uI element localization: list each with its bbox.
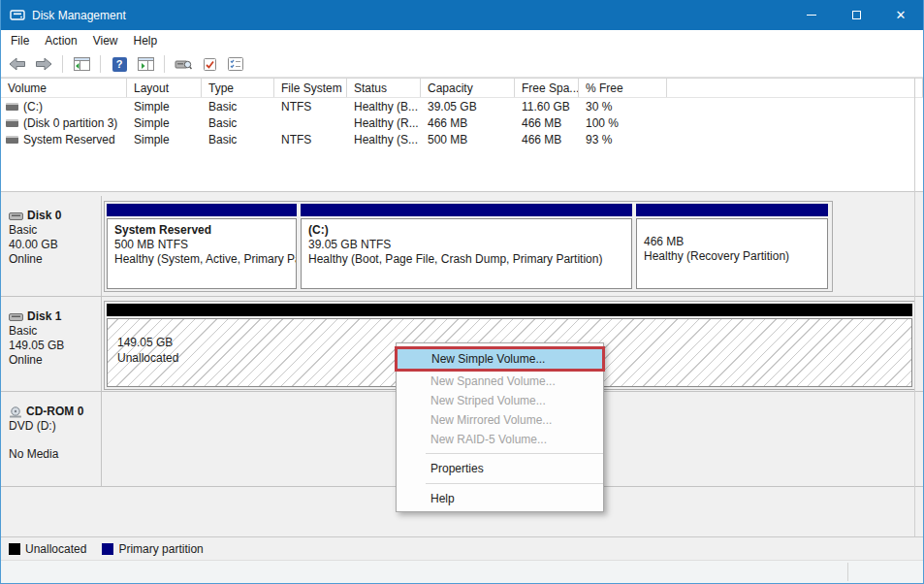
action-pane-icon xyxy=(138,57,154,71)
volume-icon xyxy=(6,119,18,127)
disk-name: Disk 1 xyxy=(27,309,61,324)
volume-name: System Reserved xyxy=(23,133,115,146)
menu-item-new-simple-volume[interactable]: New Simple Volume... xyxy=(398,349,602,369)
volume-file-system: NTFS xyxy=(274,133,347,146)
disk-status: Online xyxy=(9,353,95,368)
task-list-button[interactable] xyxy=(224,53,247,75)
cdrom-label[interactable]: CD-ROM 0 DVD (D:) No Media xyxy=(1,392,102,486)
volume-pct-free: 100 % xyxy=(579,116,667,130)
back-arrow-icon xyxy=(9,57,26,71)
unallocated-context-menu: New Simple Volume... New Spanned Volume.… xyxy=(396,342,604,512)
volume-layout: Simple xyxy=(127,116,202,130)
menu-view[interactable]: View xyxy=(85,31,126,50)
menu-separator xyxy=(426,483,603,484)
disk-status: Online xyxy=(9,252,95,267)
title-bar: Disk Management ✕ xyxy=(1,0,923,30)
column-header-empty xyxy=(667,79,923,97)
partition-health: Healthy (Boot, Page File, Crash Dump, Pr… xyxy=(308,252,624,267)
disk0-label[interactable]: Disk 0 Basic 40.00 GB Online xyxy=(1,196,102,296)
menu-action[interactable]: Action xyxy=(37,31,84,50)
cdrom-media-status: No Media xyxy=(9,447,95,462)
volume-type: Basic xyxy=(202,133,274,146)
column-header-volume[interactable]: Volume xyxy=(1,79,127,97)
legend-unallocated: Unallocated xyxy=(9,542,86,556)
maximize-icon xyxy=(852,11,861,19)
volume-free-space: 466 MB xyxy=(515,116,579,130)
menu-file[interactable]: File xyxy=(3,31,37,50)
volume-row-system-reserved[interactable]: System Reserved Simple Basic NTFS Health… xyxy=(1,131,923,147)
menu-item-new-striped-volume: New Striped Volume... xyxy=(397,391,603,410)
column-header-status[interactable]: Status xyxy=(347,79,421,97)
menu-bar: File Action View Help xyxy=(1,30,923,51)
close-icon: ✕ xyxy=(896,9,907,21)
column-header-file-system[interactable]: File System xyxy=(274,79,347,97)
back-button[interactable] xyxy=(6,53,29,75)
unallocated-swatch xyxy=(9,543,20,555)
legend-label: Primary partition xyxy=(118,542,203,556)
minimize-button[interactable] xyxy=(789,0,834,30)
cdrom-name: CD-ROM 0 xyxy=(26,405,83,419)
partition-size: 466 MB xyxy=(644,235,820,249)
partition-c[interactable]: (C:) 39.05 GB NTFS Healthy (Boot, Page F… xyxy=(301,204,632,289)
volume-row-disk0-partition3[interactable]: (Disk 0 partition 3) Simple Basic Health… xyxy=(1,114,923,131)
menu-item-properties[interactable]: Properties xyxy=(397,458,603,479)
disk-management-window: Disk Management ✕ File Action View Help xyxy=(0,0,924,584)
check-disk-button[interactable] xyxy=(198,53,221,75)
partition-size: 500 MB NTFS xyxy=(114,238,289,252)
partition-recovery[interactable]: 466 MB Healthy (Recovery Partition) xyxy=(636,204,828,289)
volume-capacity: 39.05 GB xyxy=(421,100,515,114)
disk1-label[interactable]: Disk 1 Basic 149.05 GB Online xyxy=(1,297,102,391)
console-tree-icon xyxy=(74,57,90,71)
unallocated-stripe xyxy=(107,304,912,316)
disk-type: Basic xyxy=(9,324,95,339)
forward-button[interactable] xyxy=(32,53,55,75)
partition-system-reserved[interactable]: System Reserved 500 MB NTFS Healthy (Sys… xyxy=(107,204,297,289)
disk0-partition-container: System Reserved 500 MB NTFS Healthy (Sys… xyxy=(104,201,833,292)
pane-right-border xyxy=(914,78,915,559)
disk-name: Disk 0 xyxy=(27,209,61,223)
legend-bar: Unallocated Primary partition xyxy=(1,536,923,560)
forward-arrow-icon xyxy=(35,57,52,71)
volume-type: Basic xyxy=(202,100,274,114)
volume-layout: Simple xyxy=(127,133,202,146)
legend-primary-partition: Primary partition xyxy=(102,542,203,556)
menu-item-help[interactable]: Help xyxy=(397,488,603,509)
cdrom-drive: DVD (D:) xyxy=(9,419,95,434)
toolbar-separator xyxy=(100,55,101,73)
primary-partition-stripe xyxy=(301,204,632,216)
cdrom-icon xyxy=(9,406,22,418)
column-header-pct-free[interactable]: % Free xyxy=(579,79,667,97)
disk-icon xyxy=(9,211,23,221)
column-header-layout[interactable]: Layout xyxy=(127,79,202,97)
status-bar-divider xyxy=(847,563,848,581)
menu-help[interactable]: Help xyxy=(126,31,166,50)
menu-item-new-mirrored-volume: New Mirrored Volume... xyxy=(397,410,603,430)
volume-icon xyxy=(6,103,18,111)
volume-name: (Disk 0 partition 3) xyxy=(23,116,117,130)
help-icon: ? xyxy=(112,57,127,72)
disk-view-icon xyxy=(175,58,192,71)
app-disk-icon xyxy=(10,9,25,21)
column-header-capacity[interactable]: Capacity xyxy=(421,79,515,97)
toolbar: ? xyxy=(1,51,923,78)
legend-label: Unallocated xyxy=(25,542,86,556)
disk-type: Basic xyxy=(9,223,95,238)
volume-list-header: Volume Layout Type File System Status Ca… xyxy=(1,79,923,98)
column-header-free-space[interactable]: Free Spa... xyxy=(515,79,579,97)
show-console-tree-button[interactable] xyxy=(70,53,93,75)
show-action-pane-button[interactable] xyxy=(134,53,157,75)
disk-icon xyxy=(9,312,23,322)
help-button[interactable]: ? xyxy=(108,53,131,75)
partition-title: System Reserved xyxy=(114,223,289,238)
menu-separator xyxy=(426,453,603,454)
partition-title: (C:) xyxy=(308,223,624,238)
maximize-button[interactable] xyxy=(834,0,878,30)
volume-file-system: NTFS xyxy=(274,100,347,114)
volume-capacity: 500 MB xyxy=(421,133,515,146)
partition-health: Healthy (Recovery Partition) xyxy=(644,249,820,264)
volume-status: Healthy (R... xyxy=(347,116,421,130)
volume-row-c[interactable]: (C:) Simple Basic NTFS Healthy (B... 39.… xyxy=(1,98,923,114)
disk-view-button[interactable] xyxy=(172,53,195,75)
column-header-type[interactable]: Type xyxy=(202,79,274,97)
close-button[interactable]: ✕ xyxy=(878,0,923,30)
